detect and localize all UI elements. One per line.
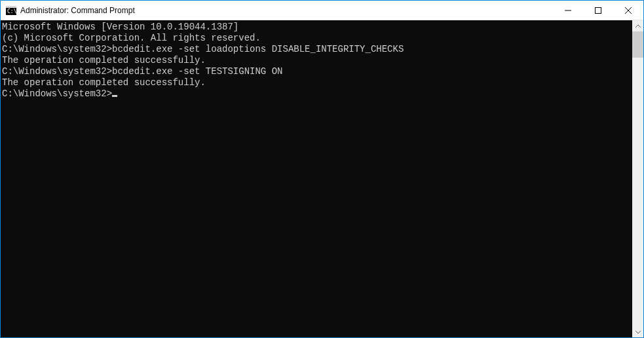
prompt-path: C:\Windows\system32> (2, 88, 112, 99)
svg-rect-1 (6, 6, 16, 8)
scroll-track[interactable] (632, 31, 643, 326)
prompt-path: C:\Windows\system32> (2, 44, 112, 54)
console-line: The operation completed successfully. (2, 77, 631, 88)
prompt-path: C:\Windows\system32> (2, 66, 112, 77)
console-line: C:\Windows\system32>bcdedit.exe -set loa… (2, 44, 631, 55)
console-line: C:\Windows\system32>bcdedit.exe -set TES… (2, 66, 631, 77)
title-bar[interactable]: C:\ Administrator: Command Prompt (1, 1, 643, 20)
console-line: (c) Microsoft Corporation. All rights re… (2, 33, 631, 44)
window-title: Administrator: Command Prompt (20, 6, 135, 15)
console-line: Microsoft Windows [Version 10.0.19044.13… (2, 22, 631, 33)
minimize-button[interactable] (553, 1, 583, 20)
scroll-thumb[interactable] (632, 31, 643, 58)
scroll-down-button[interactable] (632, 326, 643, 337)
window-frame: C:\ Administrator: Command Prompt Micros… (0, 0, 644, 338)
cmd-icon: C:\ (6, 5, 16, 16)
vertical-scrollbar[interactable] (632, 20, 643, 337)
console-line: C:\Windows\system32> (2, 88, 631, 100)
command-text: bcdedit.exe -set loadoptions DISABLE_INT… (112, 44, 404, 54)
svg-text:C:\: C:\ (7, 9, 16, 14)
text-cursor (112, 95, 117, 97)
console-output[interactable]: Microsoft Windows [Version 10.0.19044.13… (1, 20, 632, 337)
console-line: The operation completed successfully. (2, 55, 631, 66)
command-text: bcdedit.exe -set TESTSIGNING ON (112, 66, 282, 77)
svg-rect-3 (596, 7, 601, 13)
maximize-button[interactable] (583, 1, 613, 20)
window-controls (553, 1, 643, 20)
close-button[interactable] (613, 1, 643, 20)
scroll-up-button[interactable] (632, 20, 643, 31)
client-area: Microsoft Windows [Version 10.0.19044.13… (1, 20, 643, 337)
